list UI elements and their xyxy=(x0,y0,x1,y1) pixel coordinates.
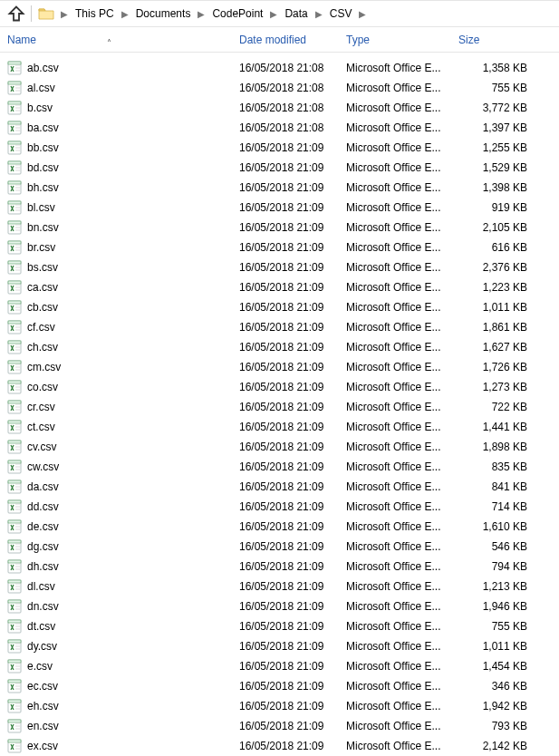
file-row[interactable]: da.csv16/05/2018 21:09Microsoft Office E… xyxy=(0,477,559,497)
column-header-name[interactable]: Name ˄ xyxy=(7,34,239,46)
file-date: 16/05/2018 21:09 xyxy=(239,640,346,653)
column-header-type[interactable]: Type xyxy=(346,34,458,46)
file-size: 1,011 KB xyxy=(458,640,527,653)
file-name-cell: cw.csv xyxy=(7,460,239,474)
file-row[interactable]: ec.csv16/05/2018 21:09Microsoft Office E… xyxy=(0,676,559,696)
file-row[interactable]: ct.csv16/05/2018 21:09Microsoft Office E… xyxy=(0,417,559,437)
file-date: 16/05/2018 21:09 xyxy=(239,600,346,613)
breadcrumb-item[interactable]: Data xyxy=(281,5,311,22)
file-date: 16/05/2018 21:09 xyxy=(239,441,346,453)
file-type: Microsoft Office E... xyxy=(346,181,458,194)
file-name-cell: ct.csv xyxy=(7,420,239,434)
file-row[interactable]: dh.csv16/05/2018 21:09Microsoft Office E… xyxy=(0,557,559,577)
file-row[interactable]: cb.csv16/05/2018 21:09Microsoft Office E… xyxy=(0,297,559,317)
excel-file-icon xyxy=(7,360,22,374)
file-row[interactable]: bn.csv16/05/2018 21:09Microsoft Office E… xyxy=(0,218,559,237)
file-row[interactable]: cv.csv16/05/2018 21:09Microsoft Office E… xyxy=(0,437,559,457)
file-row[interactable]: bd.csv16/05/2018 21:09Microsoft Office E… xyxy=(0,158,559,178)
file-name-cell: dg.csv xyxy=(7,539,239,554)
file-row[interactable]: ab.csv16/05/2018 21:08Microsoft Office E… xyxy=(0,58,559,78)
file-name-cell: co.csv xyxy=(7,380,239,394)
file-row[interactable]: bb.csv16/05/2018 21:09Microsoft Office E… xyxy=(0,138,559,158)
file-row[interactable]: al.csv16/05/2018 21:08Microsoft Office E… xyxy=(0,78,559,98)
file-row[interactable]: cm.csv16/05/2018 21:09Microsoft Office E… xyxy=(0,357,559,377)
excel-file-icon xyxy=(7,639,22,654)
file-row[interactable]: bl.csv16/05/2018 21:09Microsoft Office E… xyxy=(0,198,559,218)
excel-file-icon xyxy=(7,300,22,315)
file-name-cell: e.csv xyxy=(7,659,239,674)
file-row[interactable]: cf.csv16/05/2018 21:09Microsoft Office E… xyxy=(0,317,559,337)
file-date: 16/05/2018 21:09 xyxy=(239,560,346,573)
file-row[interactable]: dy.csv16/05/2018 21:09Microsoft Office E… xyxy=(0,636,559,656)
file-row[interactable]: co.csv16/05/2018 21:09Microsoft Office E… xyxy=(0,377,559,397)
file-size: 346 KB xyxy=(458,680,527,693)
file-name-cell: dd.csv xyxy=(7,499,239,514)
file-row[interactable]: dl.csv16/05/2018 21:09Microsoft Office E… xyxy=(0,577,559,596)
excel-file-icon xyxy=(7,260,22,275)
excel-file-icon xyxy=(7,739,22,753)
svg-rect-116 xyxy=(8,520,21,523)
file-type: Microsoft Office E... xyxy=(346,361,458,373)
breadcrumb-item[interactable]: CSV xyxy=(326,5,356,22)
svg-rect-16 xyxy=(8,121,21,124)
svg-rect-86 xyxy=(8,401,21,403)
file-row[interactable]: ch.csv16/05/2018 21:09Microsoft Office E… xyxy=(0,337,559,357)
file-row[interactable]: en.csv16/05/2018 21:09Microsoft Office E… xyxy=(0,716,559,736)
file-date: 16/05/2018 21:09 xyxy=(239,281,346,294)
file-name: cv.csv xyxy=(27,441,56,453)
file-name: bl.csv xyxy=(27,201,55,214)
excel-file-icon xyxy=(7,380,22,394)
chevron-right-icon[interactable]: ▶ xyxy=(120,9,130,19)
file-size: 722 KB xyxy=(458,401,527,413)
file-row[interactable]: bs.csv16/05/2018 21:09Microsoft Office E… xyxy=(0,257,559,277)
file-row[interactable]: e.csv16/05/2018 21:09Microsoft Office E.… xyxy=(0,656,559,676)
file-size: 714 KB xyxy=(458,500,527,513)
file-name-cell: bh.csv xyxy=(7,180,239,195)
file-type: Microsoft Office E... xyxy=(346,720,458,732)
file-date: 16/05/2018 21:09 xyxy=(239,241,346,254)
file-name: dt.csv xyxy=(27,620,55,633)
file-row[interactable]: dt.csv16/05/2018 21:09Microsoft Office E… xyxy=(0,616,559,636)
file-row[interactable]: eh.csv16/05/2018 21:09Microsoft Office E… xyxy=(0,696,559,716)
file-type: Microsoft Office E... xyxy=(346,700,458,712)
breadcrumb-item[interactable]: CodePoint xyxy=(208,5,266,22)
excel-file-icon xyxy=(7,61,22,75)
file-name-cell: bs.csv xyxy=(7,260,239,275)
chevron-right-icon[interactable]: ▶ xyxy=(59,9,70,19)
column-header-date[interactable]: Date modified xyxy=(239,34,346,46)
breadcrumb-item[interactable]: This PC xyxy=(72,5,118,22)
file-date: 16/05/2018 21:09 xyxy=(239,301,346,314)
file-row[interactable]: br.csv16/05/2018 21:09Microsoft Office E… xyxy=(0,237,559,257)
excel-file-icon xyxy=(7,440,22,454)
column-header-size[interactable]: Size xyxy=(458,34,540,46)
chevron-right-icon[interactable]: ▶ xyxy=(357,9,368,19)
file-date: 16/05/2018 21:09 xyxy=(239,660,346,673)
file-row[interactable]: b.csv16/05/2018 21:08Microsoft Office E.… xyxy=(0,98,559,118)
file-row[interactable]: ca.csv16/05/2018 21:09Microsoft Office E… xyxy=(0,277,559,297)
file-name-cell: al.csv xyxy=(7,81,239,95)
excel-file-icon xyxy=(7,579,22,594)
file-name-cell: cb.csv xyxy=(7,300,239,315)
file-name: bn.csv xyxy=(27,221,59,234)
file-row[interactable]: de.csv16/05/2018 21:09Microsoft Office E… xyxy=(0,517,559,537)
file-row[interactable]: cr.csv16/05/2018 21:09Microsoft Office E… xyxy=(0,397,559,417)
file-row[interactable]: dg.csv16/05/2018 21:09Microsoft Office E… xyxy=(0,537,559,557)
chevron-right-icon[interactable]: ▶ xyxy=(313,9,324,19)
file-type: Microsoft Office E... xyxy=(346,500,458,513)
file-type: Microsoft Office E... xyxy=(346,441,458,453)
file-row[interactable]: dd.csv16/05/2018 21:09Microsoft Office E… xyxy=(0,497,559,517)
file-row[interactable]: ex.csv16/05/2018 21:09Microsoft Office E… xyxy=(0,736,559,756)
file-row[interactable]: cw.csv16/05/2018 21:09Microsoft Office E… xyxy=(0,457,559,477)
file-size: 1,898 KB xyxy=(458,441,527,453)
breadcrumb-item[interactable]: Documents xyxy=(132,5,195,22)
nav-up-button[interactable] xyxy=(5,3,27,24)
file-size: 616 KB xyxy=(458,241,527,254)
file-row[interactable]: bh.csv16/05/2018 21:09Microsoft Office E… xyxy=(0,178,559,198)
file-name-cell: bl.csv xyxy=(7,200,239,215)
file-name: eh.csv xyxy=(27,700,59,712)
file-name: ba.csv xyxy=(27,121,59,134)
file-row[interactable]: ba.csv16/05/2018 21:08Microsoft Office E… xyxy=(0,118,559,138)
chevron-right-icon[interactable]: ▶ xyxy=(196,9,207,19)
chevron-right-icon[interactable]: ▶ xyxy=(268,9,279,19)
file-row[interactable]: dn.csv16/05/2018 21:09Microsoft Office E… xyxy=(0,596,559,616)
